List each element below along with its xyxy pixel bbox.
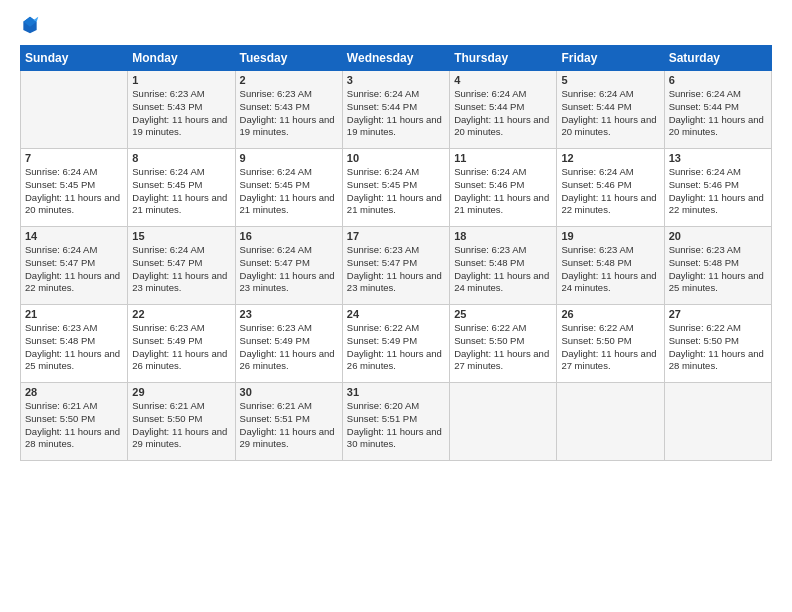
day-number: 9 bbox=[240, 152, 338, 164]
week-row-3: 14Sunrise: 6:24 AMSunset: 5:47 PMDayligh… bbox=[21, 227, 772, 305]
calendar-table: SundayMondayTuesdayWednesdayThursdayFrid… bbox=[20, 45, 772, 461]
calendar-cell: 28Sunrise: 6:21 AMSunset: 5:50 PMDayligh… bbox=[21, 383, 128, 461]
cell-details: Sunrise: 6:24 AMSunset: 5:47 PMDaylight:… bbox=[132, 244, 230, 295]
week-row-5: 28Sunrise: 6:21 AMSunset: 5:50 PMDayligh… bbox=[21, 383, 772, 461]
header-row: SundayMondayTuesdayWednesdayThursdayFrid… bbox=[21, 46, 772, 71]
calendar-cell: 20Sunrise: 6:23 AMSunset: 5:48 PMDayligh… bbox=[664, 227, 771, 305]
day-number: 24 bbox=[347, 308, 445, 320]
calendar-cell: 26Sunrise: 6:22 AMSunset: 5:50 PMDayligh… bbox=[557, 305, 664, 383]
col-header-tuesday: Tuesday bbox=[235, 46, 342, 71]
calendar-cell: 21Sunrise: 6:23 AMSunset: 5:48 PMDayligh… bbox=[21, 305, 128, 383]
day-number: 14 bbox=[25, 230, 123, 242]
calendar-cell bbox=[450, 383, 557, 461]
cell-details: Sunrise: 6:22 AMSunset: 5:49 PMDaylight:… bbox=[347, 322, 445, 373]
week-row-2: 7Sunrise: 6:24 AMSunset: 5:45 PMDaylight… bbox=[21, 149, 772, 227]
day-number: 23 bbox=[240, 308, 338, 320]
cell-details: Sunrise: 6:24 AMSunset: 5:45 PMDaylight:… bbox=[25, 166, 123, 217]
day-number: 10 bbox=[347, 152, 445, 164]
cell-details: Sunrise: 6:20 AMSunset: 5:51 PMDaylight:… bbox=[347, 400, 445, 451]
calendar-cell: 30Sunrise: 6:21 AMSunset: 5:51 PMDayligh… bbox=[235, 383, 342, 461]
header bbox=[20, 15, 772, 35]
cell-details: Sunrise: 6:24 AMSunset: 5:46 PMDaylight:… bbox=[454, 166, 552, 217]
day-number: 13 bbox=[669, 152, 767, 164]
calendar-cell: 11Sunrise: 6:24 AMSunset: 5:46 PMDayligh… bbox=[450, 149, 557, 227]
calendar-cell: 27Sunrise: 6:22 AMSunset: 5:50 PMDayligh… bbox=[664, 305, 771, 383]
calendar-cell: 1Sunrise: 6:23 AMSunset: 5:43 PMDaylight… bbox=[128, 71, 235, 149]
day-number: 21 bbox=[25, 308, 123, 320]
cell-details: Sunrise: 6:24 AMSunset: 5:47 PMDaylight:… bbox=[25, 244, 123, 295]
day-number: 22 bbox=[132, 308, 230, 320]
calendar-cell: 16Sunrise: 6:24 AMSunset: 5:47 PMDayligh… bbox=[235, 227, 342, 305]
calendar-cell: 3Sunrise: 6:24 AMSunset: 5:44 PMDaylight… bbox=[342, 71, 449, 149]
page-container: SundayMondayTuesdayWednesdayThursdayFrid… bbox=[0, 0, 792, 471]
day-number: 27 bbox=[669, 308, 767, 320]
day-number: 31 bbox=[347, 386, 445, 398]
day-number: 7 bbox=[25, 152, 123, 164]
day-number: 16 bbox=[240, 230, 338, 242]
week-row-4: 21Sunrise: 6:23 AMSunset: 5:48 PMDayligh… bbox=[21, 305, 772, 383]
col-header-wednesday: Wednesday bbox=[342, 46, 449, 71]
calendar-cell: 10Sunrise: 6:24 AMSunset: 5:45 PMDayligh… bbox=[342, 149, 449, 227]
day-number: 3 bbox=[347, 74, 445, 86]
cell-details: Sunrise: 6:24 AMSunset: 5:46 PMDaylight:… bbox=[669, 166, 767, 217]
calendar-cell: 15Sunrise: 6:24 AMSunset: 5:47 PMDayligh… bbox=[128, 227, 235, 305]
calendar-cell bbox=[557, 383, 664, 461]
calendar-cell bbox=[21, 71, 128, 149]
calendar-cell: 29Sunrise: 6:21 AMSunset: 5:50 PMDayligh… bbox=[128, 383, 235, 461]
cell-details: Sunrise: 6:23 AMSunset: 5:49 PMDaylight:… bbox=[240, 322, 338, 373]
col-header-monday: Monday bbox=[128, 46, 235, 71]
cell-details: Sunrise: 6:22 AMSunset: 5:50 PMDaylight:… bbox=[561, 322, 659, 373]
calendar-cell: 24Sunrise: 6:22 AMSunset: 5:49 PMDayligh… bbox=[342, 305, 449, 383]
day-number: 26 bbox=[561, 308, 659, 320]
calendar-cell: 8Sunrise: 6:24 AMSunset: 5:45 PMDaylight… bbox=[128, 149, 235, 227]
cell-details: Sunrise: 6:24 AMSunset: 5:44 PMDaylight:… bbox=[669, 88, 767, 139]
cell-details: Sunrise: 6:24 AMSunset: 5:45 PMDaylight:… bbox=[240, 166, 338, 217]
calendar-cell: 18Sunrise: 6:23 AMSunset: 5:48 PMDayligh… bbox=[450, 227, 557, 305]
cell-details: Sunrise: 6:23 AMSunset: 5:48 PMDaylight:… bbox=[25, 322, 123, 373]
calendar-cell: 25Sunrise: 6:22 AMSunset: 5:50 PMDayligh… bbox=[450, 305, 557, 383]
calendar-cell: 7Sunrise: 6:24 AMSunset: 5:45 PMDaylight… bbox=[21, 149, 128, 227]
calendar-cell: 19Sunrise: 6:23 AMSunset: 5:48 PMDayligh… bbox=[557, 227, 664, 305]
cell-details: Sunrise: 6:24 AMSunset: 5:45 PMDaylight:… bbox=[347, 166, 445, 217]
cell-details: Sunrise: 6:22 AMSunset: 5:50 PMDaylight:… bbox=[454, 322, 552, 373]
day-number: 8 bbox=[132, 152, 230, 164]
cell-details: Sunrise: 6:23 AMSunset: 5:48 PMDaylight:… bbox=[669, 244, 767, 295]
calendar-cell bbox=[664, 383, 771, 461]
col-header-friday: Friday bbox=[557, 46, 664, 71]
day-number: 25 bbox=[454, 308, 552, 320]
calendar-cell: 31Sunrise: 6:20 AMSunset: 5:51 PMDayligh… bbox=[342, 383, 449, 461]
day-number: 4 bbox=[454, 74, 552, 86]
col-header-thursday: Thursday bbox=[450, 46, 557, 71]
day-number: 1 bbox=[132, 74, 230, 86]
calendar-cell: 17Sunrise: 6:23 AMSunset: 5:47 PMDayligh… bbox=[342, 227, 449, 305]
cell-details: Sunrise: 6:23 AMSunset: 5:48 PMDaylight:… bbox=[561, 244, 659, 295]
calendar-cell: 9Sunrise: 6:24 AMSunset: 5:45 PMDaylight… bbox=[235, 149, 342, 227]
cell-details: Sunrise: 6:24 AMSunset: 5:44 PMDaylight:… bbox=[347, 88, 445, 139]
cell-details: Sunrise: 6:24 AMSunset: 5:44 PMDaylight:… bbox=[561, 88, 659, 139]
col-header-saturday: Saturday bbox=[664, 46, 771, 71]
cell-details: Sunrise: 6:23 AMSunset: 5:43 PMDaylight:… bbox=[240, 88, 338, 139]
cell-details: Sunrise: 6:24 AMSunset: 5:44 PMDaylight:… bbox=[454, 88, 552, 139]
cell-details: Sunrise: 6:23 AMSunset: 5:43 PMDaylight:… bbox=[132, 88, 230, 139]
calendar-cell: 2Sunrise: 6:23 AMSunset: 5:43 PMDaylight… bbox=[235, 71, 342, 149]
day-number: 28 bbox=[25, 386, 123, 398]
calendar-cell: 13Sunrise: 6:24 AMSunset: 5:46 PMDayligh… bbox=[664, 149, 771, 227]
logo-icon bbox=[20, 15, 40, 35]
cell-details: Sunrise: 6:21 AMSunset: 5:50 PMDaylight:… bbox=[25, 400, 123, 451]
calendar-cell: 22Sunrise: 6:23 AMSunset: 5:49 PMDayligh… bbox=[128, 305, 235, 383]
logo bbox=[20, 15, 44, 35]
day-number: 18 bbox=[454, 230, 552, 242]
day-number: 20 bbox=[669, 230, 767, 242]
cell-details: Sunrise: 6:23 AMSunset: 5:48 PMDaylight:… bbox=[454, 244, 552, 295]
calendar-cell: 5Sunrise: 6:24 AMSunset: 5:44 PMDaylight… bbox=[557, 71, 664, 149]
day-number: 17 bbox=[347, 230, 445, 242]
calendar-cell: 6Sunrise: 6:24 AMSunset: 5:44 PMDaylight… bbox=[664, 71, 771, 149]
cell-details: Sunrise: 6:23 AMSunset: 5:47 PMDaylight:… bbox=[347, 244, 445, 295]
cell-details: Sunrise: 6:21 AMSunset: 5:50 PMDaylight:… bbox=[132, 400, 230, 451]
day-number: 11 bbox=[454, 152, 552, 164]
cell-details: Sunrise: 6:21 AMSunset: 5:51 PMDaylight:… bbox=[240, 400, 338, 451]
day-number: 29 bbox=[132, 386, 230, 398]
cell-details: Sunrise: 6:24 AMSunset: 5:47 PMDaylight:… bbox=[240, 244, 338, 295]
calendar-cell: 23Sunrise: 6:23 AMSunset: 5:49 PMDayligh… bbox=[235, 305, 342, 383]
calendar-cell: 12Sunrise: 6:24 AMSunset: 5:46 PMDayligh… bbox=[557, 149, 664, 227]
